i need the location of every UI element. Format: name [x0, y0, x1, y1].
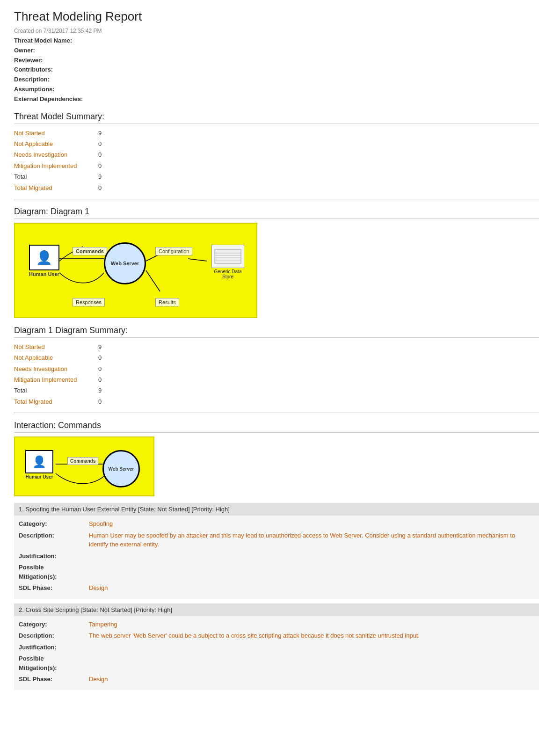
summary-row: Total9	[14, 171, 539, 182]
category-value: Tampering	[89, 620, 534, 629]
summary-value: 9	[98, 385, 102, 396]
entity-web-server: Web Server	[104, 242, 146, 284]
threat-justification-row: Justification:	[19, 643, 534, 652]
category-value: Spoofing	[89, 519, 534, 529]
summary-value: 0	[98, 352, 102, 363]
summary-row: Mitigation Implemented0	[14, 374, 539, 385]
interaction-human-user: 👤 Human User	[23, 450, 56, 480]
divider-1	[14, 199, 539, 199]
responses-label-box: Responses	[73, 298, 105, 306]
summary-value: 9	[98, 342, 102, 352]
person-icon: 👤	[36, 250, 52, 265]
diagram-inner: 👤 Human User Commands Web Server Configu…	[22, 231, 251, 310]
sdl-value: Design	[89, 583, 534, 593]
summary-label: Total Migrated	[14, 396, 98, 407]
meta-assumptions: Assumptions:	[14, 85, 539, 94]
summary-value: 0	[98, 149, 102, 160]
meta-external-deps: External Dependencies:	[14, 94, 539, 104]
summary-label: Not Applicable	[14, 138, 98, 149]
threats-container: 1. Spoofing the Human User External Enti…	[14, 503, 539, 690]
summary-row: Needs Investigation0	[14, 149, 539, 160]
category-label: Category:	[19, 620, 89, 629]
threat-body: Category:TamperingDescription:The web se…	[14, 616, 539, 690]
threat-sdl-row: SDL Phase:Design	[19, 675, 534, 684]
summary-row: Total9	[14, 385, 539, 396]
divider-2	[14, 413, 539, 413]
meta-reviewer: Reviewer:	[14, 56, 539, 65]
interaction-heading: Interaction: Commands	[14, 421, 539, 433]
interaction-diagram: 👤 Human User Commands Web Server	[14, 436, 154, 496]
diagram-full: 👤 Human User Commands Web Server Configu…	[14, 223, 257, 318]
created-date: Created on 7/31/2017 12:35:42 PM	[14, 28, 539, 34]
configuration-label-box: Configuration	[155, 247, 192, 255]
summary-label: Needs Investigation	[14, 149, 98, 160]
data-store-label: Generic Data Store	[209, 269, 247, 279]
summary-row: Not Applicable0	[14, 352, 539, 363]
threat-category-row: Category:Spoofing	[19, 519, 534, 529]
entity-human-user: 👤 Human User	[27, 245, 62, 277]
summary-label: Mitigation Implemented	[14, 374, 98, 385]
diagram-summary-heading: Diagram 1 Diagram Summary:	[14, 326, 539, 338]
threat-header: 2. Cross Site Scripting [State: Not Star…	[14, 603, 539, 616]
summary-label: Total	[14, 385, 98, 396]
interaction-web-server: Web Server	[102, 450, 140, 487]
threat-category-row: Category:Tampering	[19, 620, 534, 629]
summary-row: Not Started9	[14, 342, 539, 352]
interaction-human-label: Human User	[23, 474, 56, 480]
summary-row: Total Migrated0	[14, 182, 539, 193]
mitigation-label: PossibleMitigation(s):	[19, 563, 89, 581]
summary-row: Not Started9	[14, 128, 539, 138]
svg-rect-5	[215, 249, 241, 263]
meta-description: Description:	[14, 75, 539, 85]
results-label-box: Results	[155, 298, 179, 306]
description-value: Human User may be spoofed by an attacker…	[89, 531, 534, 549]
web-server-ellipse: Web Server	[104, 242, 146, 284]
mitigation-label: PossibleMitigation(s):	[19, 654, 89, 672]
summary-label: Needs Investigation	[14, 363, 98, 374]
threat-justification-row: Justification:	[19, 552, 534, 561]
diagram-summary-table: Not Started9Not Applicable0Needs Investi…	[14, 342, 539, 407]
summary-heading: Threat Model Summary:	[14, 112, 539, 124]
summary-row: Needs Investigation0	[14, 363, 539, 374]
summary-label: Total Migrated	[14, 182, 98, 193]
threat-sdl-row: SDL Phase:Design	[19, 583, 534, 593]
interaction-commands-box: Commands	[67, 457, 98, 465]
summary-row: Not Applicable0	[14, 138, 539, 149]
entity-data-store: Generic Data Store	[209, 245, 247, 279]
sdl-label: SDL Phase:	[19, 583, 89, 593]
summary-value: 9	[98, 128, 102, 138]
meta-owner: Owner:	[14, 46, 539, 56]
summary-label: Not Applicable	[14, 352, 98, 363]
summary-table: Not Started9Not Applicable0Needs Investi…	[14, 128, 539, 193]
description-value: The web server 'Web Server' could be a s…	[89, 631, 534, 640]
summary-value: 9	[98, 171, 102, 182]
threat-mitigation-row: PossibleMitigation(s):	[19, 563, 534, 581]
human-user-box: 👤	[29, 245, 59, 270]
justification-value	[89, 643, 534, 652]
threat-body: Category:SpoofingDescription:Human User …	[14, 516, 539, 599]
summary-label: Not Started	[14, 342, 98, 352]
summary-row: Total Migrated0	[14, 396, 539, 407]
interaction-human-box: 👤	[25, 450, 53, 473]
mitigation-value	[89, 654, 534, 672]
interaction-webserver-label: Web Server	[109, 466, 134, 472]
summary-value: 0	[98, 160, 102, 171]
summary-value: 0	[98, 182, 102, 193]
interaction-inner: 👤 Human User Commands Web Server	[21, 443, 149, 490]
justification-value	[89, 552, 534, 561]
svg-line-2	[146, 270, 160, 291]
threat-description-row: Description:Human User may be spoofed by…	[19, 531, 534, 549]
sdl-label: SDL Phase:	[19, 675, 89, 684]
interaction-person-icon: 👤	[32, 455, 46, 468]
summary-label: Total	[14, 171, 98, 182]
meta-model-name: Threat Model Name:	[14, 36, 539, 46]
commands-label-box: Commands	[73, 247, 107, 255]
interaction-webserver-ellipse: Web Server	[102, 450, 140, 487]
threat-mitigation-row: PossibleMitigation(s):	[19, 654, 534, 672]
threat-description-row: Description:The web server 'Web Server' …	[19, 631, 534, 640]
meta-contributors: Contributors:	[14, 65, 539, 75]
mitigation-value	[89, 563, 534, 581]
svg-line-3	[188, 259, 207, 261]
summary-label: Not Started	[14, 128, 98, 138]
description-label: Description:	[19, 631, 89, 640]
